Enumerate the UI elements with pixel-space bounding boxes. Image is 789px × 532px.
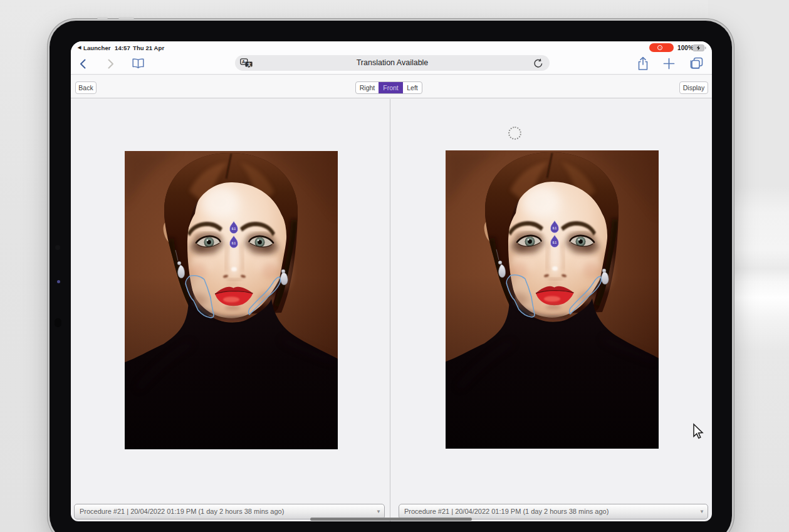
svg-text:A: A <box>242 60 245 64</box>
svg-text:文: 文 <box>246 62 251 66</box>
